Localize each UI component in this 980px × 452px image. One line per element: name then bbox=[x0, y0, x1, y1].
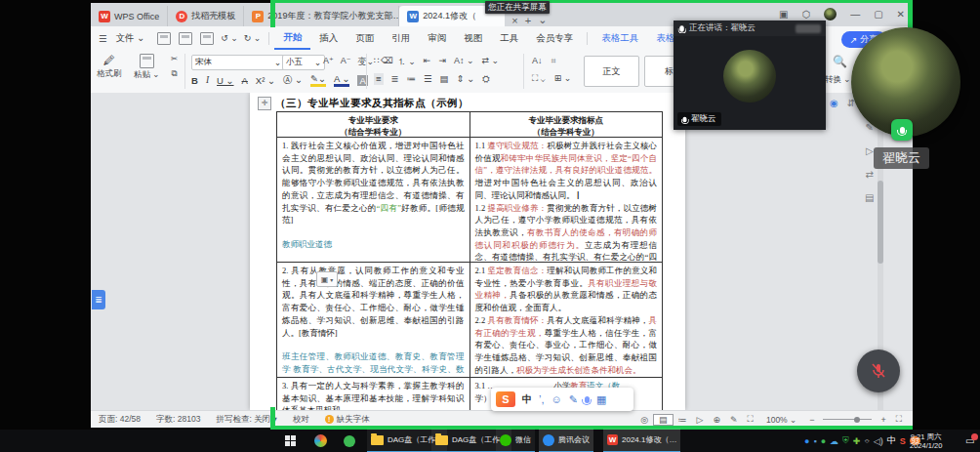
zoom-slider[interactable] bbox=[823, 419, 872, 420]
paste-button[interactable]: 粘贴 ⌄ bbox=[134, 54, 159, 81]
menu-file[interactable]: 文件 ⌄ bbox=[107, 32, 154, 45]
align-right-icon[interactable]: ≔ bbox=[407, 73, 417, 85]
assistant-icon[interactable]: ⬡ bbox=[801, 9, 810, 20]
menu-insert[interactable]: 插入 bbox=[310, 32, 347, 45]
align-justify-icon[interactable]: ☰ bbox=[424, 73, 432, 85]
menu-member[interactable]: 会员专享 bbox=[527, 32, 582, 45]
tray-meeting-icon[interactable]: ● bbox=[804, 436, 809, 446]
enclose-char-button[interactable]: Ⓐ ⌄ bbox=[283, 74, 303, 87]
copy-icon[interactable]: ⧉ bbox=[172, 68, 178, 79]
font-size-select[interactable]: 小五⌄ bbox=[282, 55, 325, 70]
taskbar-wps-document[interactable]: W 2024.1修改（… bbox=[603, 429, 680, 452]
zoom-out-icon[interactable]: − bbox=[804, 415, 819, 425]
taskbar-wechat[interactable]: 微信 bbox=[496, 429, 535, 452]
location-pin-icon[interactable]: ◉ bbox=[830, 98, 838, 108]
ime-emoji-icon[interactable]: ☺ bbox=[551, 393, 562, 405]
sort-icon[interactable]: A↓ bbox=[532, 56, 543, 66]
sogou-ime-logo[interactable]: S bbox=[496, 391, 515, 407]
layout-switch-icon[interactable]: ▣ bbox=[779, 9, 788, 20]
zoom-slider-handle[interactable] bbox=[854, 417, 860, 423]
meeting-speaker-panel[interactable]: 正在讲话：翟晓云 翟晓云 bbox=[674, 21, 826, 130]
tray-volume-icon[interactable]: ◁) bbox=[874, 436, 883, 446]
tray-wifi-icon[interactable]: ⌔ bbox=[864, 435, 869, 446]
table-cell[interactable]: 3. 具有一定的人文与科学素养，掌握主教学科的基本知识、基本原理和基本技能，理解… bbox=[277, 378, 470, 410]
eye-protect-icon[interactable]: ◎ bbox=[635, 415, 653, 425]
new-tab-icon[interactable]: + bbox=[525, 15, 531, 26]
highlight-color-button[interactable]: ✎⌄ bbox=[310, 73, 326, 87]
tray-sogou-icon[interactable]: S bbox=[900, 436, 906, 446]
tray-plus-icon[interactable]: ✚ bbox=[853, 436, 861, 446]
table-cell[interactable]: 2. 具有从教意愿，认同教师工作的意义和专业性，具有积极的情感、端正的态度、正确… bbox=[277, 263, 470, 377]
minimize-button[interactable]: — bbox=[850, 9, 860, 20]
read-view-icon[interactable]: ▷ bbox=[692, 415, 709, 425]
page-view-icon[interactable]: ▤ bbox=[653, 414, 674, 426]
tray-app-icon[interactable]: ▪ bbox=[813, 436, 816, 446]
line-spacing-icon[interactable]: ⇕ ⌄ bbox=[457, 73, 475, 85]
tab-list-chevron-icon[interactable]: ⌄ bbox=[538, 14, 547, 26]
decrease-font-icon[interactable]: A⁻ bbox=[341, 56, 351, 68]
superscript-button[interactable]: X² ⌄ bbox=[256, 75, 275, 86]
scrollbar-thumb[interactable] bbox=[878, 181, 883, 264]
hamburger-menu-icon[interactable]: ☰ bbox=[99, 33, 107, 44]
menu-home[interactable]: 开始 bbox=[274, 26, 310, 50]
proofread-button[interactable]: 校对 bbox=[285, 414, 317, 426]
increase-indent-icon[interactable]: ⇥ bbox=[438, 56, 446, 68]
table-cell[interactable]: 1. 践行社会主义核心价值观，增进对中国特色社会主义的思想认同、政治认同、理论认… bbox=[277, 138, 470, 262]
ime-toolbar[interactable]: S 中 ’, ☺ ✎ ▦ bbox=[491, 388, 633, 411]
web-view-icon[interactable]: ⊕ bbox=[709, 415, 726, 425]
tab-docer-templates[interactable]: D 找稻壳模板 bbox=[168, 6, 244, 26]
close-button[interactable]: ✕ bbox=[897, 9, 905, 20]
undo-icon[interactable]: ↺ ⌄ bbox=[218, 33, 241, 43]
outline-view-icon[interactable]: ≔ bbox=[674, 415, 692, 425]
decrease-indent-icon[interactable]: ⇤ bbox=[424, 56, 431, 68]
redo-icon[interactable]: ↻ ⌄ bbox=[241, 33, 265, 43]
focus-mode-icon[interactable]: ⛶ bbox=[743, 414, 758, 425]
table-select-float-button[interactable]: ▣▾ bbox=[316, 271, 338, 287]
zoom-level[interactable]: 100% ⌄ bbox=[758, 415, 804, 425]
edit-mode-icon[interactable]: ✎ bbox=[725, 415, 743, 425]
align-left-icon[interactable]: ≡ bbox=[374, 73, 384, 85]
ime-punctuation-icon[interactable]: ’, bbox=[539, 393, 545, 405]
font-color-button[interactable]: A ⌄ bbox=[334, 73, 349, 87]
menu-page[interactable]: 页面 bbox=[347, 32, 383, 45]
italic-button[interactable]: I bbox=[206, 75, 209, 85]
account-avatar[interactable] bbox=[824, 8, 837, 21]
borders-icon[interactable]: ⊞ ⌄ bbox=[554, 73, 572, 84]
shading-icon[interactable]: ⛭ bbox=[482, 73, 490, 85]
ime-handwrite-icon[interactable]: ✎ bbox=[569, 393, 578, 406]
tray-shield-icon[interactable]: ⛨ bbox=[842, 435, 849, 446]
menu-tools[interactable]: 工具 bbox=[491, 32, 527, 45]
tab-presentation[interactable]: P 2019年度：教育学院小教党支部… × bbox=[244, 6, 399, 26]
print-icon[interactable] bbox=[179, 32, 192, 45]
missing-font-warning[interactable]: !缺失字体 bbox=[317, 414, 378, 426]
table-cell[interactable]: 1.1 遵守职业规范：积极树立并践行社会主义核心价值观和铸牢中华民族共同体意识，… bbox=[470, 138, 663, 262]
strikethrough-button[interactable]: A bbox=[242, 75, 248, 86]
align-center-icon[interactable]: ≣ bbox=[391, 73, 399, 85]
taskbar-green-app[interactable] bbox=[340, 430, 359, 452]
search-icon[interactable]: 🔍 bbox=[833, 55, 847, 68]
distribute-icon[interactable]: ▤ bbox=[440, 73, 449, 85]
mic-active-badge[interactable] bbox=[891, 119, 913, 141]
ime-toolbox-icon[interactable]: ▦ bbox=[596, 393, 606, 406]
style-body-chip[interactable]: 正文 bbox=[584, 56, 639, 87]
table-cell[interactable]: 2.1 坚定教育信念：理解和认同教师工作的意义和专业性，热爱小学教育事业。具有职… bbox=[470, 263, 663, 377]
underline-button[interactable]: U ⌄ bbox=[217, 75, 233, 86]
zoom-in-icon[interactable]: + bbox=[876, 415, 890, 425]
ruler-icon[interactable]: ⌗ bbox=[551, 56, 556, 66]
tray-cloud-icon[interactable]: ☁ bbox=[830, 436, 838, 446]
read-mode-icon[interactable]: ▷ bbox=[866, 145, 874, 156]
fullscreen-icon[interactable]: ⛶ bbox=[891, 414, 907, 425]
tab-wps-home[interactable]: W WPS Office bbox=[91, 6, 168, 26]
menu-table-tools[interactable]: 表格工具 bbox=[592, 32, 647, 45]
char-scale-icon[interactable]: ⇄ ⌄ bbox=[481, 56, 499, 68]
text-direction-icon[interactable]: A↕ ⌄ bbox=[454, 56, 474, 68]
print-preview-icon[interactable] bbox=[200, 32, 214, 45]
ime-mode-chinese[interactable]: 中 bbox=[522, 392, 532, 406]
tray-green-icon[interactable]: ● bbox=[821, 436, 826, 446]
nav-pane-toggle[interactable]: ≣ bbox=[92, 290, 105, 309]
table-move-handle-icon[interactable]: ✛ bbox=[258, 97, 271, 110]
notification-center-button[interactable]: ▭ bbox=[961, 430, 978, 452]
taskbar-tencent-meeting[interactable]: 腾讯会议 bbox=[539, 429, 593, 452]
format-painter-button[interactable]: 🖉 格式刷 bbox=[97, 54, 122, 80]
mute-mic-button[interactable] bbox=[857, 349, 900, 392]
